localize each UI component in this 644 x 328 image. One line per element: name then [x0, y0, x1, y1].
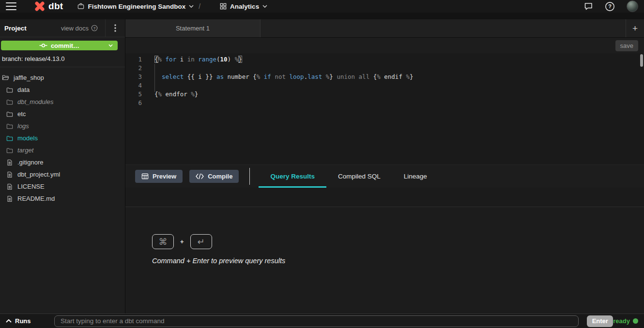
code-lines[interactable]: {% for i in range(10) %} select {{ i }} …: [142, 53, 644, 164]
folder-icon: [6, 135, 13, 142]
tree-item-models[interactable]: models: [0, 132, 125, 144]
toolbar-divider: [249, 168, 250, 185]
file-explorer-sidebar: Project view docs ? commit…: [0, 19, 125, 313]
results-subheader: [125, 188, 644, 207]
branch-label: branch: release/4.13.0: [0, 50, 125, 62]
brand-text: dbt: [48, 1, 63, 12]
status-text: ready: [613, 317, 630, 325]
status-dot: [633, 318, 638, 324]
file-icon: [6, 195, 13, 202]
chevron-down-icon: [108, 44, 113, 47]
command-bar: Runs Enter ready: [0, 313, 644, 328]
view-docs-link[interactable]: view docs ?: [61, 25, 105, 32]
tree-item-license[interactable]: LICENSE: [0, 180, 125, 193]
file-icon: [6, 183, 13, 190]
folder-icon: [6, 111, 13, 118]
results-tabs: Query Results Compiled SQL Lineage: [259, 165, 438, 188]
chevron-down-icon: [262, 5, 267, 8]
grid-icon: [220, 3, 227, 10]
folder-icon: [6, 87, 13, 93]
editor-panel: Statement 1 + save 123456 {% for i in ra…: [125, 19, 644, 313]
chevron-up-icon: [6, 319, 12, 323]
folder-icon: [6, 99, 13, 105]
plus-separator: +: [180, 238, 184, 245]
file-icon: [6, 171, 13, 178]
environment-selector[interactable]: Analytics: [220, 3, 267, 10]
tree-item-target[interactable]: target: [0, 144, 125, 156]
svg-text:?: ?: [93, 26, 96, 30]
plus-icon: +: [632, 23, 638, 34]
breadcrumb-separator: /: [199, 2, 200, 10]
environment-name: Analytics: [230, 3, 259, 10]
account-name: Fishtown Engineering Sandbox: [88, 3, 185, 10]
sidebar-title: Project: [4, 25, 27, 32]
tab-query-results[interactable]: Query Results: [259, 165, 326, 188]
help-icon[interactable]: ?: [605, 1, 615, 12]
sidebar-menu-button[interactable]: [105, 19, 125, 37]
code-editor[interactable]: 123456 {% for i in range(10) %} select {…: [125, 53, 644, 165]
chevron-down-icon: [189, 5, 194, 8]
tree-item-gitignore[interactable]: .gitignore: [0, 156, 125, 168]
save-button[interactable]: save: [615, 40, 638, 51]
top-bar: dbt Fishtown Engineering Sandbox / Analy…: [0, 0, 644, 13]
editor-tab-bar: Statement 1 +: [125, 19, 644, 38]
status-indicator: ready: [613, 317, 638, 325]
tree-item-readme[interactable]: README.md: [0, 193, 125, 205]
enter-button[interactable]: Enter: [587, 315, 613, 327]
user-avatar[interactable]: [627, 0, 638, 12]
dbt-logo[interactable]: dbt: [34, 0, 63, 12]
question-circle-icon: ?: [91, 25, 98, 31]
compile-button[interactable]: Compile: [189, 170, 239, 183]
results-toolbar: Preview Compile Query Results Compiled S…: [125, 165, 644, 188]
editor-scrollbar[interactable]: [640, 54, 643, 67]
file-tree: jaffle_shop data dbt_modules etc: [0, 67, 125, 205]
new-tab-button[interactable]: +: [626, 19, 644, 37]
code-icon: [196, 173, 204, 179]
file-icon: [6, 159, 13, 166]
folder-open-icon: [2, 74, 9, 81]
hamburger-menu-icon[interactable]: [6, 2, 16, 10]
preview-button[interactable]: Preview: [135, 170, 183, 183]
command-key-icon: ⌘: [152, 234, 174, 249]
bracket-guide-line: [154, 64, 155, 92]
briefcase-icon: [77, 3, 84, 10]
dbt-command-input[interactable]: [54, 315, 579, 327]
query-results-pane: ⌘ + ↵ Command + Enter to preview query r…: [125, 207, 644, 313]
table-icon: [141, 173, 149, 180]
tree-item-etc[interactable]: etc: [0, 108, 125, 120]
tab-statement-1[interactable]: Statement 1: [125, 19, 261, 37]
tree-item-dbt-project-yml[interactable]: dbt_project.yml: [0, 168, 125, 180]
tree-item-dbt-modules[interactable]: dbt_modules: [0, 96, 125, 108]
svg-text:?: ?: [608, 3, 612, 9]
empty-state-hint: Command + Enter to preview query results: [152, 257, 644, 265]
chat-icon[interactable]: [583, 1, 593, 11]
folder-icon: [6, 147, 13, 154]
kebab-icon: [114, 24, 116, 32]
dbt-logo-icon: [34, 0, 46, 12]
tree-item-jaffle-shop[interactable]: jaffle_shop: [0, 72, 125, 84]
editor-action-row: save: [125, 38, 644, 53]
tab-compiled-sql[interactable]: Compiled SQL: [326, 165, 392, 188]
commit-button[interactable]: commit…: [1, 41, 118, 50]
folder-icon: [6, 123, 13, 130]
editor-gutter: 123456: [125, 53, 142, 164]
account-selector[interactable]: Fishtown Engineering Sandbox: [77, 3, 194, 10]
tree-item-data[interactable]: data: [0, 84, 125, 96]
runs-toggle[interactable]: Runs: [6, 317, 54, 325]
tree-item-logs[interactable]: logs: [0, 120, 125, 132]
shortcut-keys: ⌘ + ↵: [152, 234, 644, 249]
git-commit-icon: [39, 43, 47, 48]
enter-key-icon: ↵: [190, 234, 212, 249]
tab-lineage[interactable]: Lineage: [392, 165, 439, 188]
